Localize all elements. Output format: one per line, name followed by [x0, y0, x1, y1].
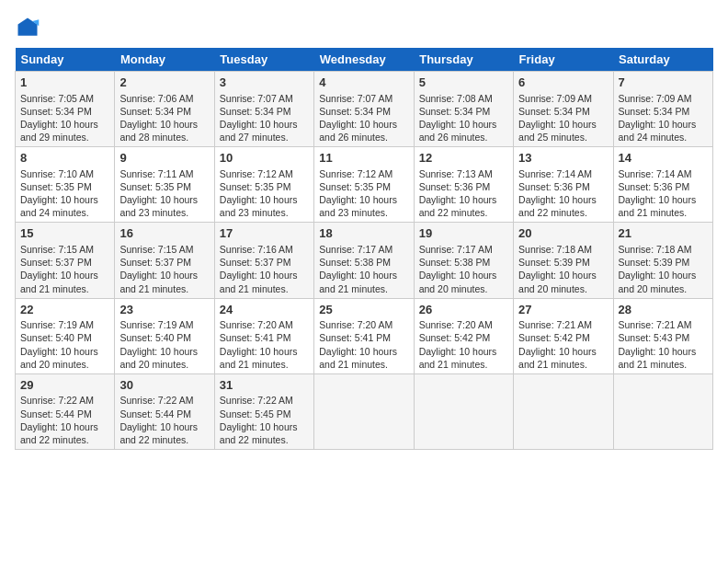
calendar-header-cell: Tuesday — [214, 48, 313, 72]
calendar-day-cell: 12Sunrise: 7:13 AMSunset: 5:36 PMDayligh… — [414, 147, 513, 223]
day-info-line: Daylight: 10 hours — [319, 118, 408, 131]
day-info-line: and 21 minutes. — [319, 358, 408, 371]
calendar-day-cell: 10Sunrise: 7:12 AMSunset: 5:35 PMDayligh… — [214, 147, 313, 223]
calendar-day-cell: 4Sunrise: 7:07 AMSunset: 5:34 PMDaylight… — [314, 72, 414, 147]
day-info-line: Sunrise: 7:19 AM — [119, 318, 209, 331]
calendar-day-cell: 6Sunrise: 7:09 AMSunset: 5:34 PMDaylight… — [514, 72, 613, 147]
calendar-day-cell: 3Sunrise: 7:07 AMSunset: 5:34 PMDaylight… — [214, 72, 313, 147]
day-info-line: and 29 minutes. — [20, 131, 109, 144]
day-info-line: Sunrise: 7:07 AM — [319, 92, 408, 105]
calendar-day-cell: 19Sunrise: 7:17 AMSunset: 5:38 PMDayligh… — [414, 223, 513, 298]
day-info-line: Sunrise: 7:18 AM — [619, 243, 708, 256]
day-number: 25 — [319, 302, 408, 318]
day-info-line: Sunrise: 7:09 AM — [619, 92, 708, 105]
day-info-line: Sunrise: 7:06 AM — [119, 92, 209, 105]
day-info-line: Sunset: 5:42 PM — [419, 331, 508, 344]
day-info-line: and 21 minutes. — [619, 358, 708, 371]
day-info-line: Daylight: 10 hours — [119, 345, 209, 358]
day-info-line: Sunset: 5:34 PM — [619, 105, 708, 118]
day-info-line: and 20 minutes. — [518, 282, 608, 295]
day-number: 4 — [319, 75, 408, 91]
calendar-week-row: 1Sunrise: 7:05 AMSunset: 5:34 PMDaylight… — [16, 72, 713, 147]
calendar-day-cell: 26Sunrise: 7:20 AMSunset: 5:42 PMDayligh… — [414, 298, 513, 373]
day-number: 8 — [20, 150, 109, 167]
day-info-line: Sunset: 5:35 PM — [119, 180, 209, 193]
day-info-line: Sunset: 5:36 PM — [619, 180, 708, 193]
calendar-day-cell: 29Sunrise: 7:22 AMSunset: 5:44 PMDayligh… — [16, 373, 115, 449]
day-info-line: Daylight: 10 hours — [119, 193, 209, 206]
day-info-line: Sunrise: 7:18 AM — [518, 243, 608, 256]
day-info-line: and 22 minutes. — [220, 433, 309, 446]
day-info-line: Sunrise: 7:15 AM — [119, 243, 209, 256]
day-number: 1 — [20, 75, 109, 91]
calendar-day-cell: 2Sunrise: 7:06 AMSunset: 5:34 PMDaylight… — [115, 72, 214, 147]
day-info-line: and 20 minutes. — [619, 282, 708, 295]
day-info-line: and 21 minutes. — [518, 358, 608, 371]
day-info-line: Sunrise: 7:17 AM — [419, 243, 508, 256]
day-info-line: Sunrise: 7:13 AM — [419, 167, 508, 180]
calendar-header-cell: Friday — [514, 48, 613, 72]
day-info-line: Daylight: 10 hours — [319, 193, 408, 206]
day-number: 12 — [419, 150, 508, 167]
calendar-day-cell: 21Sunrise: 7:18 AMSunset: 5:39 PMDayligh… — [613, 223, 712, 298]
day-info-line: Sunset: 5:43 PM — [619, 331, 708, 344]
logo-icon — [15, 15, 40, 40]
day-number: 30 — [119, 377, 209, 394]
day-info-line: Sunset: 5:39 PM — [518, 256, 608, 269]
day-number: 11 — [319, 150, 408, 167]
calendar-week-row: 8Sunrise: 7:10 AMSunset: 5:35 PMDaylight… — [16, 147, 713, 223]
calendar-day-cell: 17Sunrise: 7:16 AMSunset: 5:37 PMDayligh… — [214, 223, 313, 298]
day-info-line: Sunset: 5:34 PM — [319, 105, 408, 118]
calendar-day-cell: 22Sunrise: 7:19 AMSunset: 5:40 PMDayligh… — [16, 298, 115, 373]
day-info-line: Daylight: 10 hours — [319, 269, 408, 282]
day-info-line: Sunrise: 7:07 AM — [220, 92, 309, 105]
day-info-line: Sunset: 5:44 PM — [20, 408, 109, 420]
day-number: 17 — [220, 225, 309, 242]
day-number: 26 — [419, 302, 508, 318]
day-info-line: and 22 minutes. — [518, 206, 608, 219]
day-number: 19 — [419, 225, 508, 242]
day-number: 2 — [119, 75, 209, 91]
calendar-day-cell — [314, 373, 414, 449]
day-info-line: Sunset: 5:39 PM — [619, 256, 708, 269]
day-number: 28 — [619, 302, 708, 318]
day-info-line: Daylight: 10 hours — [518, 269, 608, 282]
day-info-line: Sunset: 5:41 PM — [319, 331, 408, 344]
calendar-header-row: SundayMondayTuesdayWednesdayThursdayFrid… — [16, 48, 713, 72]
day-number: 24 — [220, 302, 309, 318]
day-info-line: Sunrise: 7:22 AM — [119, 394, 209, 407]
calendar-day-cell — [414, 373, 513, 449]
day-number: 13 — [518, 150, 608, 167]
day-info-line: and 22 minutes. — [119, 433, 209, 446]
day-info-line: Daylight: 10 hours — [419, 345, 508, 358]
day-number: 20 — [518, 225, 608, 242]
day-info-line: Sunrise: 7:22 AM — [220, 394, 309, 407]
day-info-line: Sunset: 5:34 PM — [419, 105, 508, 118]
calendar-day-cell: 9Sunrise: 7:11 AMSunset: 5:35 PMDaylight… — [115, 147, 214, 223]
day-info-line: Sunrise: 7:21 AM — [619, 318, 708, 331]
day-info-line: and 25 minutes. — [518, 131, 608, 144]
day-info-line: Daylight: 10 hours — [419, 269, 508, 282]
day-info-line: Sunset: 5:41 PM — [220, 331, 309, 344]
day-info-line: Sunset: 5:34 PM — [220, 105, 309, 118]
day-info-line: Sunrise: 7:05 AM — [20, 92, 109, 105]
day-info-line: and 23 minutes. — [319, 206, 408, 219]
day-info-line: Sunset: 5:37 PM — [220, 256, 309, 269]
day-info-line: Daylight: 10 hours — [20, 193, 109, 206]
calendar-day-cell: 28Sunrise: 7:21 AMSunset: 5:43 PMDayligh… — [613, 298, 712, 373]
calendar-day-cell: 15Sunrise: 7:15 AMSunset: 5:37 PMDayligh… — [16, 223, 115, 298]
calendar-header-cell: Saturday — [613, 48, 712, 72]
header — [15, 15, 713, 40]
day-info-line: and 24 minutes. — [619, 131, 708, 144]
day-info-line: Sunrise: 7:15 AM — [20, 243, 109, 256]
day-number: 27 — [518, 302, 608, 318]
calendar-day-cell: 23Sunrise: 7:19 AMSunset: 5:40 PMDayligh… — [115, 298, 214, 373]
day-info-line: Sunrise: 7:10 AM — [20, 167, 109, 180]
day-info-line: and 22 minutes. — [20, 433, 109, 446]
day-info-line: Daylight: 10 hours — [518, 193, 608, 206]
day-number: 31 — [220, 377, 309, 394]
day-info-line: Daylight: 10 hours — [220, 345, 309, 358]
day-info-line: Sunset: 5:36 PM — [419, 180, 508, 193]
svg-marker-0 — [18, 18, 38, 36]
day-info-line: Daylight: 10 hours — [319, 345, 408, 358]
